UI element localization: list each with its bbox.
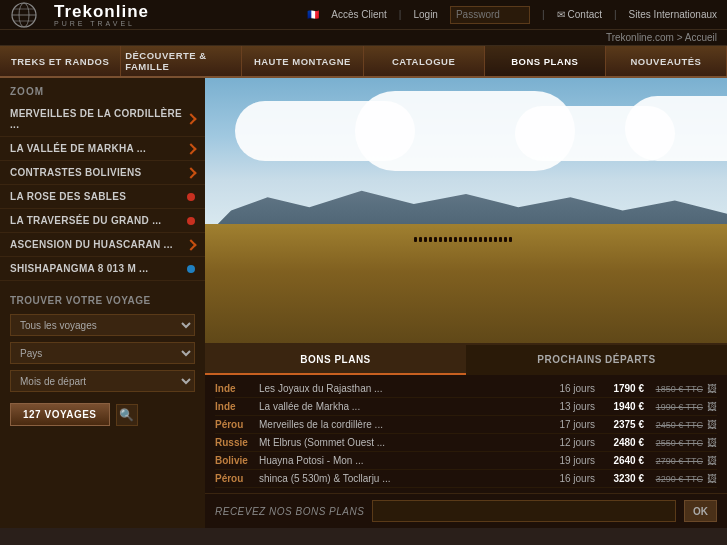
deal-info-icon[interactable]: 🖼 xyxy=(707,455,717,466)
contact-link[interactable]: ✉ Contact xyxy=(557,9,602,20)
deal-price: 1790 € xyxy=(599,383,644,394)
deal-price: 3230 € xyxy=(599,473,644,484)
deal-old-price: 1850 € TTC xyxy=(648,384,703,394)
password-input[interactable] xyxy=(450,6,530,24)
deal-description[interactable]: La vallée de Markha ... xyxy=(259,401,541,412)
sidebar-item-rose-sables[interactable]: LA ROSE DES SABLES xyxy=(0,185,205,209)
tab-bons-plans[interactable]: BONS PLANS xyxy=(205,345,466,375)
deal-old-price: 2790 € TTC xyxy=(648,456,703,466)
find-voyage-label: TROUVER VOTRE VOYAGE xyxy=(0,287,205,311)
deal-info-icon[interactable]: 🖼 xyxy=(707,437,717,448)
center-right-panel: BONS PLANS PROCHAINS DÉPARTS Inde Les Jo… xyxy=(205,78,727,528)
voyage-search-button[interactable]: 🔍 xyxy=(116,404,138,426)
logo-globe-icon xyxy=(10,1,48,29)
voyage-type-select[interactable]: Tous les voyages xyxy=(10,314,195,336)
deal-info-icon[interactable]: 🖼 xyxy=(707,383,717,394)
arrow-icon xyxy=(185,143,196,154)
deal-country: Inde xyxy=(215,383,255,394)
dot-red-icon xyxy=(187,193,195,201)
sidebar-item-shishapangma[interactable]: SHISHAPANGMA 8 013 M ... xyxy=(0,257,205,281)
deal-country: Russie xyxy=(215,437,255,448)
sidebar-item-contrastes[interactable]: CONTRASTES BOLIVIENS xyxy=(0,161,205,185)
nav-catalogue[interactable]: CATALOGUE xyxy=(364,46,485,76)
arrow-icon xyxy=(185,239,196,250)
panel-content: Inde Les Joyaux du Rajasthan ... 16 jour… xyxy=(205,375,727,493)
main-content: ZOOM MERVEILLES DE LA CORDILLÈRE ... LA … xyxy=(0,78,727,528)
flag-icon: 🇫🇷 xyxy=(307,9,319,20)
deal-country: Pérou xyxy=(215,473,255,484)
nav-haute-montagne[interactable]: HAUTE MONTAGNE xyxy=(242,46,363,76)
deal-row: Bolivie Huayna Potosi - Mon ... 19 jours… xyxy=(215,452,717,470)
logo-tagline: PURE TRAVEL xyxy=(54,20,149,27)
deal-days: 13 jours xyxy=(545,401,595,412)
deal-description[interactable]: Mt Elbrus (Sommet Ouest ... xyxy=(259,437,541,448)
deal-row: Pérou shinca (5 530m) & Tocllarju ... 16… xyxy=(215,470,717,488)
nav-decouverte-famille[interactable]: DÉCOUVERTE & FAMILLE xyxy=(121,46,242,76)
nav-nouveautes[interactable]: NOUVEAUTÉS xyxy=(606,46,727,76)
deal-days: 17 jours xyxy=(545,419,595,430)
nav-treks-randos[interactable]: TREKS ET RANDOS xyxy=(0,46,121,76)
acces-client-link[interactable]: Accès Client xyxy=(331,9,387,20)
login-link[interactable]: Login xyxy=(413,9,437,20)
deal-info-icon[interactable]: 🖼 xyxy=(707,401,717,412)
clouds xyxy=(205,91,727,197)
bottom-panel: BONS PLANS PROCHAINS DÉPARTS Inde Les Jo… xyxy=(205,343,727,528)
hero-image xyxy=(205,78,727,343)
deal-days: 16 jours xyxy=(545,383,595,394)
dot-blue-icon xyxy=(187,265,195,273)
search-icon: 🔍 xyxy=(119,408,134,422)
voyage-type-select-wrap: Tous les voyages xyxy=(0,311,205,339)
deal-row: Inde La vallée de Markha ... 13 jours 19… xyxy=(215,398,717,416)
deal-price: 2375 € xyxy=(599,419,644,430)
deal-old-price: 2550 € TTC xyxy=(648,438,703,448)
top-right-nav: 🇫🇷 Accès Client | Login | ✉ Contact | Si… xyxy=(307,6,717,24)
nav-bons-plans[interactable]: BONS PLANS xyxy=(485,46,606,76)
mois-select[interactable]: Mois de départ xyxy=(10,370,195,392)
main-navigation: TREKS ET RANDOS DÉCOUVERTE & FAMILLE HAU… xyxy=(0,46,727,78)
deal-old-price: 2450 € TTC xyxy=(648,420,703,430)
sidebar: ZOOM MERVEILLES DE LA CORDILLÈRE ... LA … xyxy=(0,78,205,528)
zoom-section-label: ZOOM xyxy=(0,78,205,102)
contact-icon: ✉ xyxy=(557,9,565,20)
deal-old-price: 1990 € TTC xyxy=(648,402,703,412)
newsletter-label: RECEVEZ NOS BONS PLANS xyxy=(215,506,364,517)
newsletter-input[interactable] xyxy=(372,500,676,522)
deal-description[interactable]: Merveilles de la cordillère ... xyxy=(259,419,541,430)
logo-area: Trekonline PURE TRAVEL xyxy=(10,1,149,29)
voyage-button-row: 127 VOYAGES 🔍 xyxy=(0,395,205,434)
newsletter-submit-button[interactable]: OK xyxy=(684,500,717,522)
logo-name: Trekonline xyxy=(54,3,149,20)
newsletter-row: RECEVEZ NOS BONS PLANS OK xyxy=(205,493,727,528)
deal-description[interactable]: Huayna Potosi - Mon ... xyxy=(259,455,541,466)
arrow-icon xyxy=(185,167,196,178)
deal-price: 2640 € xyxy=(599,455,644,466)
sites-internationaux-link[interactable]: Sites Internationaux xyxy=(629,9,717,20)
tab-prochains-departs[interactable]: PROCHAINS DÉPARTS xyxy=(466,345,727,375)
deal-info-icon[interactable]: 🖼 xyxy=(707,419,717,430)
deal-row: Inde Les Joyaux du Rajasthan ... 16 jour… xyxy=(215,380,717,398)
deal-days: 16 jours xyxy=(545,473,595,484)
pays-select[interactable]: Pays xyxy=(10,342,195,364)
deal-country: Inde xyxy=(215,401,255,412)
deal-days: 19 jours xyxy=(545,455,595,466)
deal-country: Pérou xyxy=(215,419,255,430)
deal-description[interactable]: Les Joyaux du Rajasthan ... xyxy=(259,383,541,394)
deal-info-icon[interactable]: 🖼 xyxy=(707,473,717,484)
deal-description[interactable]: shinca (5 530m) & Tocllarju ... xyxy=(259,473,541,484)
cloud-4 xyxy=(625,96,727,161)
mois-select-wrap: Mois de départ xyxy=(0,367,205,395)
deal-old-price: 3290 € TTC xyxy=(648,474,703,484)
pays-select-wrap: Pays xyxy=(0,339,205,367)
sidebar-item-traversee[interactable]: LA TRAVERSÉE DU GRAND ... xyxy=(0,209,205,233)
deal-days: 12 jours xyxy=(545,437,595,448)
sidebar-item-huascaran[interactable]: ASCENSION DU HUASCARAN ... xyxy=(0,233,205,257)
sidebar-item-merveilles[interactable]: MERVEILLES DE LA CORDILLÈRE ... xyxy=(0,102,205,137)
voyage-count-button[interactable]: 127 VOYAGES xyxy=(10,403,110,426)
arrow-icon xyxy=(185,113,196,124)
deal-row: Russie Mt Elbrus (Sommet Ouest ... 12 jo… xyxy=(215,434,717,452)
herd xyxy=(414,237,512,242)
panel-tabs: BONS PLANS PROCHAINS DÉPARTS xyxy=(205,345,727,375)
deal-price: 1940 € xyxy=(599,401,644,412)
sidebar-item-vallee-markha[interactable]: LA VALLÉE DE MARKHA ... xyxy=(0,137,205,161)
deal-price: 2480 € xyxy=(599,437,644,448)
